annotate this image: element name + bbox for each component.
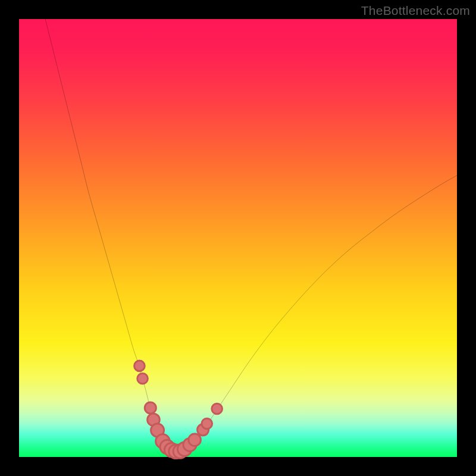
chart-svg xyxy=(19,19,457,457)
curve-marker xyxy=(212,403,223,414)
curve-marker xyxy=(202,418,212,429)
curve-marker xyxy=(137,373,148,384)
chart-frame: TheBottleneck.com xyxy=(0,0,476,476)
plot-area xyxy=(19,19,457,457)
curve-markers xyxy=(134,361,223,458)
watermark-text: TheBottleneck.com xyxy=(361,4,470,18)
curve-marker xyxy=(189,434,201,446)
curve-marker xyxy=(134,361,145,371)
bottleneck-curve xyxy=(45,19,457,452)
curve-marker xyxy=(145,402,156,414)
